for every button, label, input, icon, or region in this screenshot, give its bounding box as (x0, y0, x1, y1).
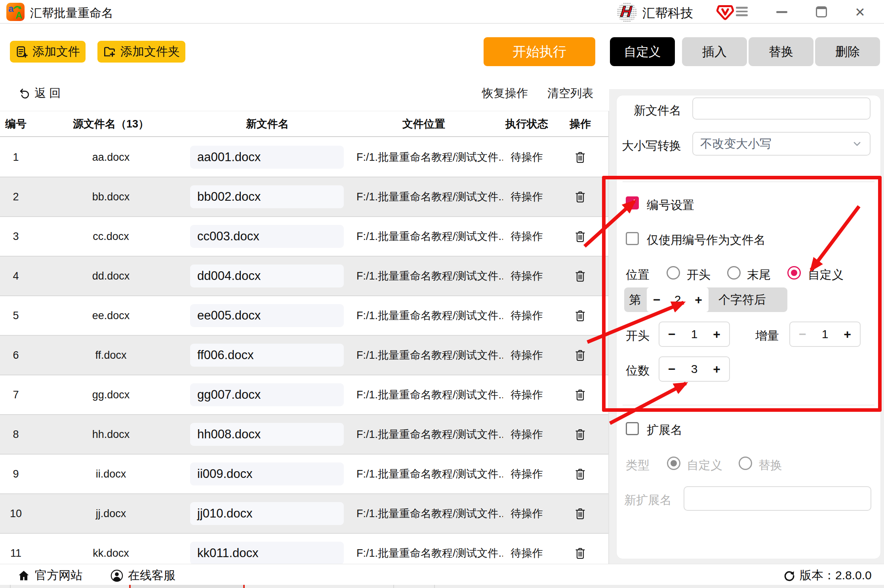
case-convert-select[interactable]: 不改变大小写 (692, 132, 871, 156)
trash-icon (574, 349, 586, 362)
extension-checkbox[interactable] (626, 422, 639, 435)
tab-replace[interactable]: 替换 (749, 37, 814, 66)
position-radio-custom[interactable] (787, 266, 801, 280)
start-execute-button[interactable]: 开始执行 (484, 37, 595, 66)
progress-thumb (131, 585, 243, 588)
only-number-checkbox[interactable] (626, 232, 639, 245)
back-button[interactable]: 返 回 (19, 86, 61, 101)
position-end-label: 末尾 (747, 267, 771, 283)
delete-row-button[interactable] (551, 230, 610, 243)
add-file-button[interactable]: 添加文件 (10, 41, 86, 63)
window-title: 汇帮批量重命名 (30, 5, 113, 21)
new-filename-input[interactable]: bb002.docx (190, 185, 344, 208)
delete-row-button[interactable] (551, 151, 610, 164)
source-filename: ff.docx (32, 349, 190, 362)
ext-type-custom-label: 自定义 (687, 457, 722, 474)
add-folder-label: 添加文件夹 (120, 44, 180, 60)
delete-row-button[interactable] (551, 309, 610, 322)
section-divider (623, 405, 874, 405)
table-row: 8 hh.docx hh008.docx F:/1.批量重命名教程/测试文件..… (0, 415, 610, 455)
extension-label: 扩展名 (647, 422, 682, 438)
numbering-checkbox[interactable]: ✓ (626, 196, 639, 209)
trash-icon (574, 468, 586, 480)
char-after-minus-button[interactable]: − (653, 293, 661, 306)
case-convert-label: 大小写转换 (613, 138, 681, 154)
version-info[interactable]: 版本：2.8.0.0 (783, 567, 872, 584)
tab-delete[interactable]: 删除 (815, 37, 880, 66)
delete-row-button[interactable] (551, 468, 610, 480)
delete-row-button[interactable] (551, 349, 610, 362)
increment-plus-button[interactable]: + (844, 328, 851, 341)
char-after-value[interactable]: 2 (674, 293, 681, 306)
delete-row-button[interactable] (551, 270, 610, 282)
new-extension-label: 新扩展名 (624, 492, 672, 508)
position-radio-end[interactable] (727, 266, 741, 280)
source-filename: cc.docx (32, 230, 190, 243)
maximize-icon[interactable] (816, 6, 827, 17)
file-path: F:/1.批量重命名教程/测试文件... (345, 546, 503, 560)
char-after-prefix: 第 (629, 292, 641, 308)
back-undo-icon (19, 88, 30, 99)
table-row: 9 ii.docx ii009.docx F:/1.批量重命名教程/测试文件..… (0, 455, 610, 494)
digits-value[interactable]: 3 (691, 362, 698, 376)
delete-row-button[interactable] (551, 428, 610, 441)
delete-row-button[interactable] (551, 388, 610, 401)
add-folder-button[interactable]: 添加文件夹 (97, 41, 185, 63)
new-filename-input[interactable]: ff006.docx (190, 344, 344, 367)
row-number: 9 (0, 468, 32, 480)
source-filename: jj.docx (32, 508, 190, 520)
increment-value[interactable]: 1 (822, 327, 829, 341)
new-filename-input[interactable]: kk011.docx (190, 542, 344, 564)
col-operation: 操作 (551, 117, 610, 131)
start-minus-button[interactable]: − (668, 328, 676, 341)
status-text: 待操作 (503, 150, 551, 164)
new-filename-input[interactable]: dd004.docx (190, 265, 344, 287)
new-filename-input[interactable]: ee005.docx (190, 304, 344, 327)
menu-icon[interactable] (736, 7, 749, 17)
new-filename-input[interactable]: ii009.docx (190, 462, 344, 485)
delete-row-button[interactable] (551, 547, 610, 559)
new-filename-input[interactable]: aa001.docx (190, 146, 344, 169)
file-path: F:/1.批量重命名教程/测试文件... (345, 467, 503, 481)
titlebar: a A 汇帮批量重命名 H 汇帮科技 ✕ (0, 0, 884, 24)
row-number: 10 (0, 508, 32, 520)
digits-plus-button[interactable]: + (713, 363, 720, 375)
digits-label: 位数 (626, 363, 650, 379)
restore-action-button[interactable]: 恢复操作 (482, 86, 528, 101)
tab-custom[interactable]: 自定义 (610, 37, 675, 66)
increment-minus-button[interactable]: − (799, 328, 806, 341)
online-support-button[interactable]: 在线客服 (110, 567, 175, 584)
new-filename-input[interactable]: hh008.docx (190, 423, 344, 446)
position-custom-label: 自定义 (808, 267, 844, 283)
close-icon[interactable]: ✕ (855, 5, 865, 20)
new-extension-field[interactable] (684, 486, 871, 511)
add-folder-icon (103, 45, 116, 58)
ext-type-radio-replace[interactable] (739, 457, 752, 470)
tab-insert[interactable]: 插入 (682, 37, 747, 66)
ext-type-radio-custom[interactable] (667, 457, 680, 470)
new-filename-input[interactable]: gg007.docx (190, 383, 344, 406)
status-text: 待操作 (503, 506, 551, 521)
row-number: 4 (0, 270, 32, 282)
minimize-icon[interactable] (776, 11, 787, 13)
app-logo-icon: a A (6, 3, 25, 21)
table-row: 7 gg.docx gg007.docx F:/1.批量重命名教程/测试文件..… (0, 375, 610, 415)
digits-minus-button[interactable]: − (668, 363, 676, 375)
numbering-label: 编号设置 (647, 197, 694, 213)
position-radio-start[interactable] (667, 266, 680, 280)
clear-list-button[interactable]: 清空列表 (547, 86, 593, 101)
char-after-plus-button[interactable]: + (695, 293, 702, 306)
status-text: 待操作 (503, 190, 551, 204)
status-text: 待操作 (503, 348, 551, 362)
case-convert-value: 不改变大小写 (700, 136, 772, 152)
new-filename-input[interactable]: jj010.docx (190, 502, 344, 525)
new-filename-field[interactable] (692, 97, 871, 120)
delete-row-button[interactable] (551, 507, 610, 520)
trash-icon (574, 428, 586, 441)
new-filename-input[interactable]: cc003.docx (190, 225, 344, 248)
start-plus-button[interactable]: + (713, 328, 720, 341)
official-site-button[interactable]: 官方网站 (17, 567, 82, 584)
start-number-value[interactable]: 1 (691, 327, 698, 341)
delete-row-button[interactable] (551, 190, 610, 203)
table-row: 11 kk.docx kk011.docx F:/1.批量重命名教程/测试文件.… (0, 534, 610, 564)
